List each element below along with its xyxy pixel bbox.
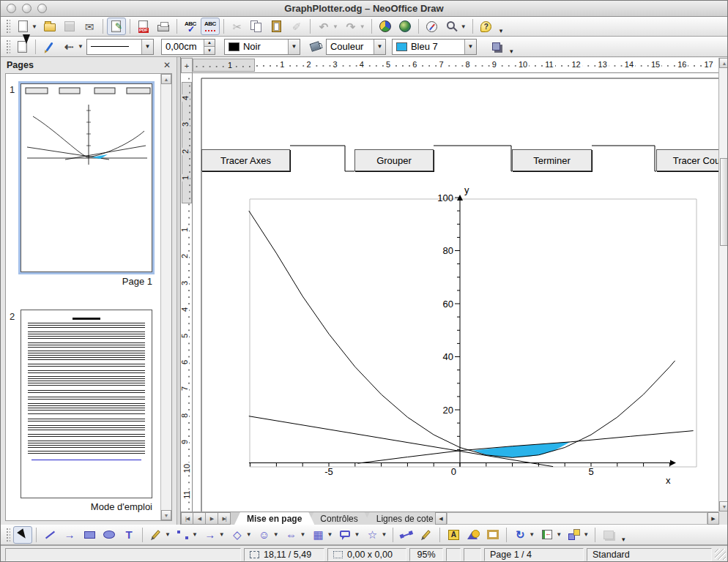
next-page-icon[interactable]: ▶ [206, 512, 218, 525]
chevron-down-icon[interactable]: ▼ [381, 531, 387, 538]
last-page-icon[interactable]: ▶| [218, 512, 231, 525]
text-button[interactable]: T [119, 526, 138, 544]
chevron-down-icon[interactable]: ▼ [141, 40, 153, 54]
connector-button[interactable]: ▼ [174, 526, 200, 544]
fontwork-button[interactable]: A [444, 526, 463, 544]
spellcheck-button[interactable]: ABC✓ [181, 18, 200, 35]
chevron-down-icon[interactable]: ▼ [327, 531, 333, 538]
chevron-down-icon[interactable]: ▼ [246, 531, 252, 538]
chevron-down-icon[interactable]: ▼ [333, 23, 338, 30]
callouts-button[interactable]: ▼ [335, 526, 362, 544]
chevron-down-icon[interactable]: ▼ [31, 23, 37, 30]
toolbar-overflow-icon[interactable]: ▾ [622, 536, 625, 544]
status-zoom-cell[interactable]: 95% [409, 548, 443, 561]
format-paintbrush-button[interactable]: ✐ [287, 18, 306, 35]
line-dialog-button[interactable] [40, 38, 59, 56]
chevron-down-icon[interactable]: ▼ [461, 23, 467, 30]
cut-button[interactable]: ✂ [228, 18, 247, 35]
undo-button[interactable]: ↶▼ [314, 18, 341, 35]
arrow-style-button[interactable]: ⇠ ▼ [59, 38, 86, 56]
ruler-origin-button[interactable]: + [181, 58, 193, 73]
redo-button[interactable]: ↷▼ [341, 18, 368, 35]
lines-arrows-button[interactable]: →▼ [201, 526, 227, 544]
chevron-down-icon[interactable]: ▼ [374, 40, 385, 54]
minimize-window-icon[interactable] [22, 4, 31, 13]
chevron-down-icon[interactable]: ▼ [219, 531, 225, 538]
first-page-icon[interactable]: |◀ [181, 512, 193, 525]
vertical-ruler[interactable]: 43211234567891011 [181, 73, 193, 512]
close-icon[interactable]: ✕ [163, 60, 171, 70]
chevron-down-icon[interactable]: ▼ [288, 40, 300, 54]
page-thumbnail-2[interactable] [21, 310, 152, 498]
line-style-select[interactable]: ▼ [86, 39, 154, 55]
glue-points-button[interactable] [417, 526, 436, 544]
line-width-stepper[interactable]: 0,00cm ▲▼ [161, 39, 215, 55]
toolbar-grip[interactable] [6, 19, 10, 34]
paste-button[interactable] [267, 18, 286, 35]
curve-button[interactable]: ▼ [146, 526, 173, 544]
previous-page-icon[interactable]: ◀ [193, 512, 206, 525]
arrange-button[interactable]: ▼ [565, 526, 591, 544]
scroll-down-icon[interactable]: ▼ [719, 501, 728, 512]
stepper-down-icon[interactable]: ▼ [204, 47, 215, 54]
chevron-down-icon[interactable]: ▼ [165, 531, 171, 538]
copy-button[interactable] [248, 18, 267, 35]
scroll-up-icon[interactable]: ▲ [161, 74, 171, 84]
page-button-grouper[interactable]: Grouper [354, 149, 434, 171]
rectangle-button[interactable] [80, 526, 99, 544]
window-resize-grip[interactable] [715, 549, 726, 560]
alignment-button[interactable]: ▼ [538, 526, 564, 544]
zoom-button[interactable]: ▼ [442, 18, 469, 35]
fill-type-select[interactable]: Couleur ▼ [326, 39, 386, 55]
zoom-window-icon[interactable] [37, 4, 47, 13]
email-button[interactable]: ✉ [80, 18, 99, 35]
edit-file-button[interactable]: ✎ [107, 18, 126, 35]
fill-dialog-button[interactable] [306, 38, 325, 56]
horizontal-scrollbar[interactable] [447, 512, 707, 525]
scroll-down-icon[interactable]: ▼ [161, 510, 171, 520]
effects-3d-button[interactable] [599, 526, 618, 544]
chevron-down-icon[interactable]: ▼ [354, 531, 360, 538]
chevron-down-icon[interactable]: ▼ [360, 23, 365, 30]
drawing-canvas[interactable]: -50520406080100yxTracer AxesGrouperTermi… [193, 73, 718, 512]
line-color-select[interactable]: Noir ▼ [224, 39, 300, 55]
open-button[interactable] [40, 18, 59, 35]
rotate-button[interactable]: ↻▼ [510, 526, 537, 544]
shadow-button[interactable] [487, 38, 506, 56]
chevron-down-icon[interactable]: ▼ [529, 531, 535, 538]
toolbar-grip[interactable] [6, 528, 10, 542]
toolbar-grip[interactable] [6, 40, 10, 54]
chevron-down-icon[interactable]: ▼ [300, 531, 306, 538]
horizontal-ruler[interactable]: 11234567891011121314151617 [193, 58, 718, 73]
toolbar-overflow-icon[interactable]: ▾ [499, 27, 503, 36]
close-window-icon[interactable] [7, 4, 16, 13]
fill-color-select[interactable]: Bleu 7 ▼ [392, 39, 477, 55]
page-button-tracer-axes[interactable]: Tracer Axes [201, 149, 290, 171]
graph-drawing[interactable]: -50520406080100yx [193, 73, 718, 512]
symbol-shapes-button[interactable]: ☺▼ [255, 526, 281, 544]
save-button[interactable] [60, 18, 79, 35]
scroll-up-icon[interactable]: ▲ [719, 58, 728, 68]
chevron-down-icon[interactable]: ▼ [583, 531, 589, 538]
block-arrows-button[interactable]: ⇔▼ [282, 526, 308, 544]
export-pdf-button[interactable]: PDF [134, 18, 153, 35]
layer-tab-lignes-de-cote[interactable]: Lignes de cote [364, 512, 446, 525]
auto-spellcheck-button[interactable]: ABC [201, 18, 220, 35]
toolbar-overflow-icon[interactable]: ▾ [510, 48, 513, 56]
hyperlink-button[interactable] [395, 18, 415, 35]
print-button[interactable] [154, 18, 173, 35]
pages-scrollbar[interactable]: ▲ ▼ [160, 74, 171, 520]
vertical-scrollbar-thumb[interactable] [720, 158, 728, 246]
scroll-right-icon[interactable]: ▶ [707, 512, 719, 525]
stepper-up-icon[interactable]: ▲ [204, 40, 215, 48]
chevron-down-icon[interactable]: ▼ [192, 531, 198, 538]
gallery-button[interactable] [483, 526, 502, 544]
stars-button[interactable]: ☆▼ [363, 526, 389, 544]
basic-shapes-button[interactable]: ◇▼ [228, 526, 254, 544]
new-document-button[interactable]: ▼ [13, 18, 40, 35]
page-button-terminer[interactable]: Terminer [512, 149, 592, 171]
line-button[interactable] [40, 526, 59, 544]
select-button[interactable] [13, 526, 32, 544]
help-button[interactable]: ? [477, 18, 496, 35]
layer-tab-mise-en-page[interactable]: Mise en page [234, 512, 314, 525]
